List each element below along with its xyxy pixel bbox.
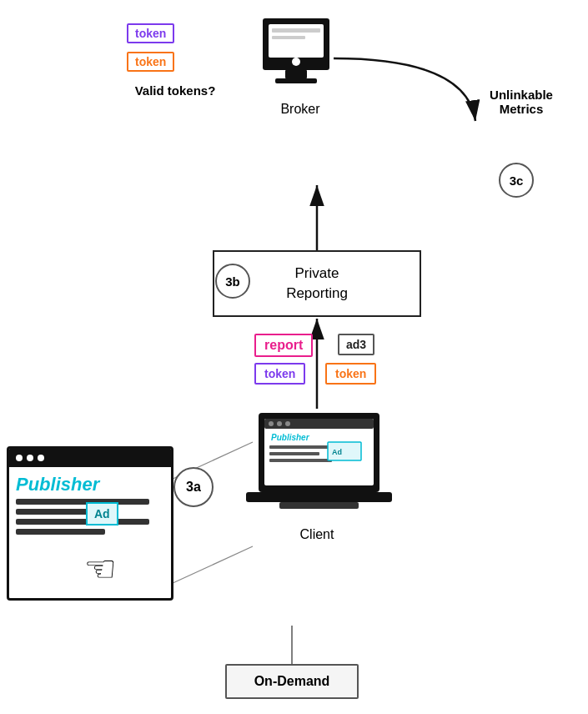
svg-text:Publisher: Publisher — [271, 433, 310, 442]
svg-rect-8 — [272, 28, 320, 33]
titlebar-dot-3 — [38, 455, 44, 461]
titlebar-dot-1 — [16, 455, 23, 461]
svg-rect-22 — [269, 445, 336, 449]
valid-tokens-label: Valid tokens? — [108, 83, 242, 98]
badge-3b: 3b — [215, 264, 250, 299]
token-orange-mid: token — [325, 363, 376, 385]
svg-rect-23 — [269, 452, 319, 455]
on-demand-box: On-Demand — [225, 664, 359, 699]
pub-line-3 — [16, 519, 149, 525]
broker-server-icon — [259, 17, 334, 96]
pub-line-1 — [16, 499, 149, 505]
svg-point-18 — [269, 421, 274, 426]
ad-box-publisher: Ad — [86, 502, 118, 525]
token-orange-top: token — [127, 52, 174, 72]
publisher-text: Publisher — [16, 474, 164, 495]
diagram: token token Valid tokens? Broker Unlinka… — [0, 0, 588, 714]
client-label: Client — [284, 527, 350, 542]
token-purple-mid: token — [254, 363, 305, 385]
publisher-titlebar — [9, 449, 171, 467]
svg-rect-16 — [279, 502, 359, 509]
badge-3a: 3a — [173, 467, 214, 507]
svg-point-12 — [292, 58, 300, 66]
svg-point-20 — [285, 421, 290, 426]
svg-point-19 — [277, 421, 282, 426]
svg-rect-24 — [269, 459, 332, 462]
unlinkable-metrics-label: Unlinkable Metrics — [467, 88, 575, 116]
hand-cursor-icon: ☞ — [84, 547, 117, 590]
token-purple-top: token — [127, 23, 174, 43]
svg-rect-10 — [285, 70, 307, 78]
pub-line-4 — [16, 529, 105, 535]
titlebar-dot-2 — [27, 455, 33, 461]
badge-3c: 3c — [499, 163, 534, 198]
broker-label: Broker — [267, 102, 334, 117]
svg-rect-9 — [272, 36, 305, 39]
publisher-browser-window: Publisher Ad ☞ — [7, 446, 173, 601]
ad3-chip: ad3 — [338, 334, 374, 355]
svg-rect-11 — [275, 78, 317, 83]
publisher-content: Publisher Ad — [9, 467, 171, 546]
svg-text:Ad: Ad — [332, 448, 342, 456]
client-laptop-icon: Publisher Ad — [246, 409, 392, 525]
report-chip: report — [254, 334, 313, 357]
svg-rect-15 — [246, 492, 392, 502]
svg-line-4 — [171, 546, 253, 584]
